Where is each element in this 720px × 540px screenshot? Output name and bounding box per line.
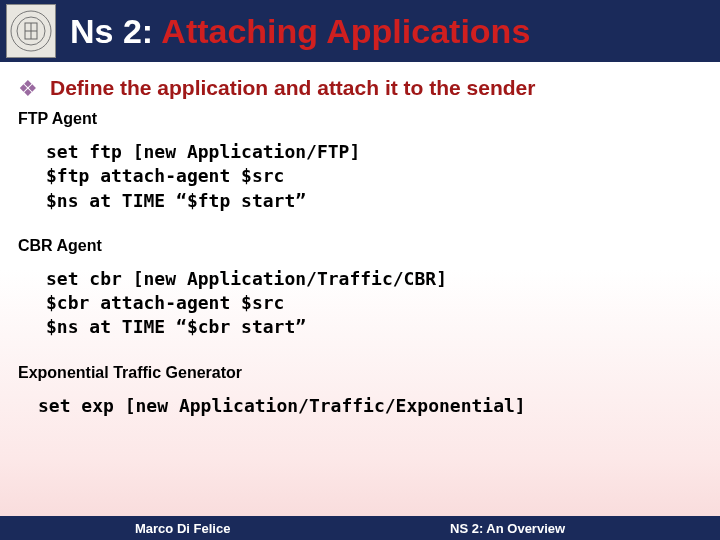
title-prefix: Ns 2: <box>70 12 161 50</box>
code-block-exp: set exp [new Application/Traffic/Exponen… <box>38 394 702 418</box>
slide-header: Ns 2: Attaching Applications <box>0 0 720 62</box>
code-block-cbr: set cbr [new Application/Traffic/CBR] $c… <box>46 267 702 340</box>
slide-footer: Marco Di Felice NS 2: An Overview <box>0 516 720 540</box>
section-label-exp: Exponential Traffic Generator <box>18 364 702 382</box>
section-label-cbr: CBR Agent <box>18 237 702 255</box>
slide-content: ❖ Define the application and attach it t… <box>0 62 720 418</box>
university-seal-icon <box>6 4 56 58</box>
title-main: Attaching Applications <box>161 12 530 50</box>
footer-subtitle: NS 2: An Overview <box>450 521 565 536</box>
footer-author: Marco Di Felice <box>135 521 230 536</box>
code-block-ftp: set ftp [new Application/FTP] $ftp attac… <box>46 140 702 213</box>
section-label-ftp: FTP Agent <box>18 110 702 128</box>
bullet-text: Define the application and attach it to … <box>50 76 535 100</box>
slide-title: Ns 2: Attaching Applications <box>70 12 530 51</box>
bullet-item: ❖ Define the application and attach it t… <box>18 76 702 100</box>
diamond-bullet-icon: ❖ <box>18 78 38 100</box>
